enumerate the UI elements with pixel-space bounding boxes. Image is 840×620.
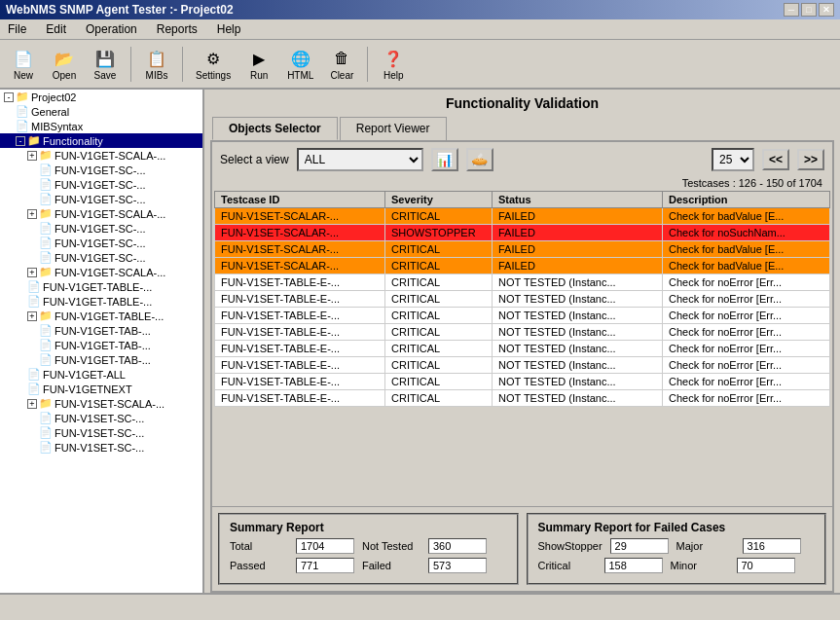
html-icon: 🌐 bbox=[289, 47, 312, 70]
cell-testcase-id: FUN-V1SET-TABLE-E-... bbox=[215, 390, 385, 407]
table-row[interactable]: FUN-V1SET-TABLE-E-... CRITICAL NOT TESTE… bbox=[215, 374, 830, 390]
new-button[interactable]: 📄 New bbox=[6, 44, 41, 84]
tree-item-fun-v1set-scala-1[interactable]: + 📁 FUN-V1SET-SCALA-... bbox=[0, 396, 202, 411]
table-row[interactable]: FUN-V1SET-TABLE-E-... CRITICAL NOT TESTE… bbox=[215, 341, 830, 357]
view-select[interactable]: ALL bbox=[297, 148, 423, 171]
titlebar: WebNMS SNMP Agent Tester :- Project02 ─ … bbox=[0, 0, 840, 19]
cell-status: NOT TESTED (Instanc... bbox=[493, 390, 663, 407]
prev-page-button[interactable]: << bbox=[762, 149, 789, 170]
close-button[interactable]: ✕ bbox=[819, 3, 834, 17]
tree-item-fun-v1get-sc-2[interactable]: 📄 FUN-V1GET-SC-... bbox=[0, 177, 202, 192]
tree-item-fun-v1get-sc-5[interactable]: 📄 FUN-V1GET-SC-... bbox=[0, 236, 202, 250]
tree-item-fun-v1get-tab-1[interactable]: 📄 FUN-V1GET-TAB-... bbox=[0, 323, 202, 338]
expand-fun3[interactable]: + bbox=[27, 268, 37, 277]
tree-item-fun-v1get-scala-2[interactable]: + 📁 FUN-V1GET-SCALA-... bbox=[0, 206, 202, 221]
menu-file[interactable]: File bbox=[4, 21, 30, 37]
clear-button[interactable]: 🗑 Clear bbox=[324, 44, 359, 84]
cell-status: NOT TESTED (Instanc... bbox=[493, 374, 663, 390]
run-label: Run bbox=[250, 70, 268, 81]
cell-description: Check for noError [Err... bbox=[663, 274, 830, 291]
tree-item-fun-v1get-tab-3[interactable]: 📄 FUN-V1GET-TAB-... bbox=[0, 352, 202, 367]
tree-item-fun-v1getnext[interactable]: 📄 FUN-V1GETNEXT bbox=[0, 382, 202, 396]
help-button[interactable]: ❓ Help bbox=[376, 44, 411, 84]
settings-button[interactable]: ⚙ Settings bbox=[191, 44, 236, 84]
toolbar: 📄 New 📂 Open 💾 Save 📋 MIBs ⚙ Settings ▶ … bbox=[0, 40, 840, 90]
table-row[interactable]: FUN-V1SET-TABLE-E-... CRITICAL NOT TESTE… bbox=[215, 274, 830, 291]
table-row[interactable]: FUN-V1SET-SCALAR-... SHOWSTOPPER FAILED … bbox=[215, 225, 830, 241]
bar-chart-icon: 📊 bbox=[436, 152, 453, 167]
bar-chart-button[interactable]: 📊 bbox=[431, 148, 458, 171]
pie-chart-button[interactable]: 🥧 bbox=[466, 148, 493, 171]
menu-help[interactable]: Help bbox=[213, 21, 245, 37]
table-row[interactable]: FUN-V1SET-SCALAR-... CRITICAL FAILED Che… bbox=[215, 208, 830, 225]
tree-item-project02[interactable]: - 📁 Project02 bbox=[0, 90, 202, 104]
tree-item-mibsyntax[interactable]: 📄 MIBSyntax bbox=[0, 119, 202, 133]
next-page-button[interactable]: >> bbox=[797, 149, 824, 170]
expand-functionality[interactable]: - bbox=[16, 136, 25, 146]
new-icon: 📄 bbox=[12, 47, 35, 70]
tree-item-fun-v1get-all[interactable]: 📄 FUN-V1GET-ALL bbox=[0, 367, 202, 382]
testcases-info: Testcases : 126 - 150 of 1704 bbox=[212, 177, 832, 191]
page-size-select[interactable]: 25 50 100 bbox=[712, 148, 754, 171]
html-button[interactable]: 🌐 HTML bbox=[282, 44, 318, 84]
open-label: Open bbox=[53, 70, 76, 81]
table-row[interactable]: FUN-V1SET-TABLE-E-... CRITICAL NOT TESTE… bbox=[215, 324, 830, 341]
mibs-button[interactable]: 📋 MIBs bbox=[139, 44, 174, 84]
tree-item-fun-v1get-table-3[interactable]: + 📁 FUN-V1GET-TABLE-... bbox=[0, 309, 202, 323]
table-row[interactable]: FUN-V1SET-TABLE-E-... CRITICAL NOT TESTE… bbox=[215, 291, 830, 308]
save-button[interactable]: 💾 Save bbox=[88, 44, 123, 84]
table-row[interactable]: FUN-V1SET-TABLE-E-... CRITICAL NOT TESTE… bbox=[215, 308, 830, 324]
table-row[interactable]: FUN-V1SET-SCALAR-... CRITICAL FAILED Che… bbox=[215, 258, 830, 274]
tree-item-fun-v1get-table-2[interactable]: 📄 FUN-V1GET-TABLE-... bbox=[0, 294, 202, 309]
summary-failed-title: Summary Report for Failed Cases bbox=[538, 521, 816, 534]
not-tested-value: 360 bbox=[428, 538, 487, 554]
maximize-button[interactable]: □ bbox=[801, 3, 817, 17]
tree-item-general[interactable]: 📄 General bbox=[0, 104, 202, 119]
run-button[interactable]: ▶ Run bbox=[241, 44, 276, 84]
table-row[interactable]: FUN-V1SET-TABLE-E-... CRITICAL NOT TESTE… bbox=[215, 357, 830, 374]
summary-showstopper-row: ShowStopper 29 Major 316 bbox=[538, 538, 816, 554]
table-row[interactable]: FUN-V1SET-SCALAR-... CRITICAL FAILED Che… bbox=[215, 241, 830, 258]
minor-label: Minor bbox=[671, 560, 729, 571]
save-icon: 💾 bbox=[93, 47, 117, 70]
not-tested-label: Not Tested bbox=[362, 540, 420, 552]
summary-passed-row: Passed 771 Failed 573 bbox=[230, 558, 507, 573]
open-button[interactable]: 📂 Open bbox=[47, 44, 82, 84]
expand-fun1[interactable]: + bbox=[27, 151, 37, 161]
tree-item-fun-v1set-sc-3[interactable]: 📄 FUN-V1SET-SC-... bbox=[0, 440, 202, 455]
menu-operation[interactable]: Operation bbox=[82, 21, 141, 37]
menu-reports[interactable]: Reports bbox=[153, 21, 201, 37]
failed-label: Failed bbox=[362, 560, 420, 571]
menu-edit[interactable]: Edit bbox=[42, 21, 70, 37]
cell-testcase-id: FUN-V1SET-TABLE-E-... bbox=[215, 341, 385, 357]
tab-report-viewer[interactable]: Report Viewer bbox=[340, 117, 447, 140]
tree-item-fun-v1set-sc-1[interactable]: 📄 FUN-V1SET-SC-... bbox=[0, 411, 202, 425]
right-panel: Functionality Validation Objects Selecto… bbox=[204, 90, 840, 593]
tree-item-fun-v1get-sc-6[interactable]: 📄 FUN-V1GET-SC-... bbox=[0, 250, 202, 265]
tree-item-fun-v1get-sc-3[interactable]: 📄 FUN-V1GET-SC-... bbox=[0, 192, 202, 206]
tab-objects-selector[interactable]: Objects Selector bbox=[212, 117, 338, 140]
settings-icon: ⚙ bbox=[201, 47, 225, 70]
major-value: 316 bbox=[743, 538, 801, 554]
tree-item-functionality[interactable]: - 📁 Functionality bbox=[0, 133, 202, 148]
table-row[interactable]: FUN-V1SET-TABLE-E-... CRITICAL NOT TESTE… bbox=[215, 390, 830, 407]
minimize-button[interactable]: ─ bbox=[784, 3, 799, 17]
expand-fun2[interactable]: + bbox=[27, 209, 37, 219]
failed-value: 573 bbox=[428, 558, 487, 573]
tree-item-fun-v1get-table-1[interactable]: 📄 FUN-V1GET-TABLE-... bbox=[0, 279, 202, 294]
expand-fun5[interactable]: + bbox=[27, 399, 37, 409]
cell-severity: CRITICAL bbox=[385, 324, 493, 341]
cell-status: NOT TESTED (Instanc... bbox=[493, 357, 663, 374]
tree-item-fun-v1get-tab-2[interactable]: 📄 FUN-V1GET-TAB-... bbox=[0, 338, 202, 352]
cell-description: Check for noError [Err... bbox=[663, 324, 830, 341]
mibs-label: MIBs bbox=[146, 70, 168, 81]
expand-fun4[interactable]: + bbox=[27, 311, 37, 321]
tree-item-fun-v1get-sc-1[interactable]: 📄 FUN-V1GET-SC-... bbox=[0, 163, 202, 177]
testcases-table: Testcase ID Severity Status Description … bbox=[214, 191, 830, 407]
cell-description: Check for badValue [E... bbox=[663, 241, 830, 258]
tree-item-fun-v1get-sc-4[interactable]: 📄 FUN-V1GET-SC-... bbox=[0, 221, 202, 236]
expand-project02[interactable]: - bbox=[4, 92, 14, 102]
tree-item-fun-v1get-scala-3[interactable]: + 📁 FUN-V1GET-SCALA-... bbox=[0, 265, 202, 279]
tree-item-fun-v1set-sc-2[interactable]: 📄 FUN-V1SET-SC-... bbox=[0, 425, 202, 440]
tree-item-fun-v1get-scala-1[interactable]: + 📁 FUN-V1GET-SCALA-... bbox=[0, 148, 202, 163]
